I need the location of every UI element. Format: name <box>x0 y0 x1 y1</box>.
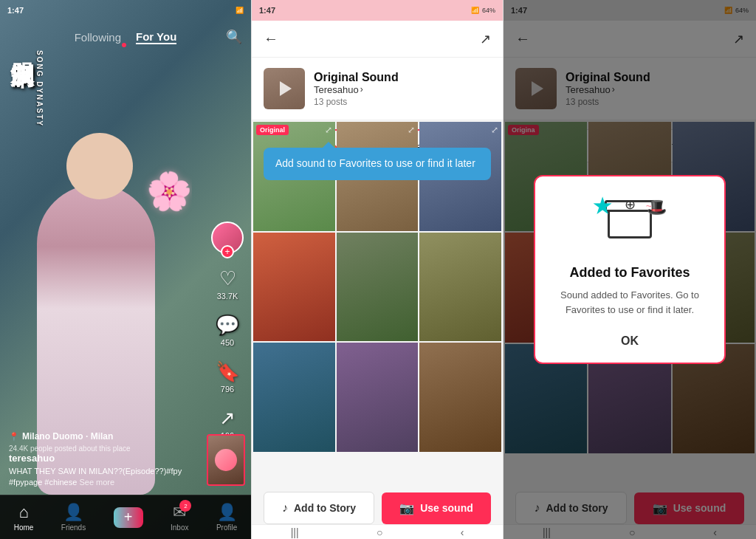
bow-icon: ⊕ <box>625 196 636 213</box>
p2-battery: 64% <box>482 7 495 14</box>
creator-avatar[interactable]: + <box>211 222 244 254</box>
expand-icon-3: ⤢ <box>491 125 498 135</box>
p2-status-icons: 📶 64% <box>471 7 495 14</box>
for-you-tab[interactable]: For You <box>136 30 176 44</box>
camera-icon: 📷 <box>399 501 414 515</box>
inbox-label: Inbox <box>171 523 188 532</box>
create-nav-item[interactable]: + <box>114 507 143 528</box>
add-button[interactable]: + <box>114 507 143 528</box>
pin-icon: 📍 <box>9 432 19 442</box>
back-button[interactable]: ← <box>264 30 278 47</box>
tooltip-arrow <box>323 142 334 148</box>
comment-count: 450 <box>221 338 234 347</box>
squiggle-decoration: ~ <box>646 200 652 212</box>
p2-system-nav: ||| ○ ‹ <box>252 524 503 539</box>
p2-header: ← ↗ <box>252 21 503 58</box>
p2-nav-menu-btn[interactable]: ||| <box>291 526 299 538</box>
sound-metadata: Original Sound Teresahuo › 13 posts <box>314 71 399 107</box>
sound-thumb-inner <box>264 68 305 109</box>
bookmark-button[interactable]: 🔖 796 <box>216 360 239 394</box>
wifi-icon: 📶 <box>236 7 244 14</box>
home-nav-item[interactable]: ⌂ Home <box>14 503 34 532</box>
following-tab[interactable]: Following <box>75 31 121 44</box>
sound-info-section: Original Sound Teresahuo › 13 posts <box>252 58 503 120</box>
bottom-navigation: ⌂ Home 👤 Friends + ✉ 2 Inbox 👤 Profile <box>0 495 251 539</box>
friends-label: Friends <box>61 523 86 532</box>
profile-icon: 👤 <box>217 503 237 522</box>
p2-status-time: 1:47 <box>259 6 275 15</box>
p2-nav-home-btn[interactable]: ○ <box>377 526 382 538</box>
gift-body <box>608 209 652 238</box>
right-action-bar: + ♡ 33.7K 💬 450 🔖 796 ↗ 196 <box>211 222 244 440</box>
music-note-icon: ♪ <box>282 501 288 515</box>
comment-icon: 💬 <box>216 314 239 337</box>
feed-header: Following For You 🔍 <box>0 21 251 53</box>
thumb-inner <box>208 436 244 484</box>
profile-nav-item[interactable]: 👤 Profile <box>216 503 237 532</box>
use-sound-button[interactable]: 📷 Use sound <box>382 492 491 524</box>
modal-ok-button[interactable]: OK <box>606 332 653 351</box>
p2-share-button[interactable]: ↗ <box>480 31 491 47</box>
creator-username[interactable]: teresahuo <box>9 453 207 464</box>
see-more-link[interactable]: See more <box>79 478 114 487</box>
sound-page-panel: 1:47 📶 64% ← ↗ Original Sound Teresahuo … <box>251 0 504 539</box>
sound-thumbnail[interactable] <box>207 434 245 486</box>
like-button[interactable]: ♡ 33.7K <box>217 267 238 301</box>
star-teal-icon: ★ <box>593 194 611 219</box>
use-sound-label: Use sound <box>420 502 473 514</box>
head <box>66 133 133 199</box>
tooltip-text: Add sound to Favorites to use or find it… <box>275 157 475 169</box>
inbox-nav-item[interactable]: ✉ 2 Inbox <box>171 503 188 532</box>
add-story-label: Add to Story <box>294 502 356 514</box>
status-icons: 📶 <box>236 7 244 14</box>
friends-nav-item[interactable]: 👤 Friends <box>61 503 86 532</box>
like-count: 33.7K <box>217 292 238 301</box>
grid-cell-9[interactable] <box>419 343 501 452</box>
favorites-tooltip: Add sound to Favorites to use or find it… <box>264 148 491 180</box>
sound-title: Original Sound <box>314 71 399 84</box>
expand-icon-2: ⤢ <box>408 125 415 135</box>
modal-title: Added to Favorites <box>569 265 690 281</box>
grid-cell-4[interactable] <box>253 233 335 342</box>
tiktok-feed-panel: 🌸 1:47 📶 Following For You 🔍 宋制汉服 SONG D… <box>0 0 251 539</box>
modal-description: Sound added to Favorites. Go to Favorite… <box>550 288 709 317</box>
location-sub: 24.4K people posted about this place <box>9 444 207 453</box>
location-row: 📍 Milano Duomo · Milan <box>9 431 207 442</box>
grid-cell-8[interactable] <box>337 343 419 452</box>
added-favorites-modal: ⊕ ★ 🎩 ~ Added to Favorites Sound added t… <box>534 175 726 364</box>
grid-cell-7[interactable] <box>253 343 335 452</box>
notification-dot <box>122 43 126 47</box>
modal-illustration: ⊕ ★ 🎩 ~ <box>593 194 667 253</box>
home-icon: ⌂ <box>18 503 28 522</box>
play-icon <box>280 81 292 96</box>
p2-nav-back-btn[interactable]: ‹ <box>461 526 464 538</box>
sound-creator-row[interactable]: Teresahuo › <box>314 84 399 95</box>
expand-icon: ⤢ <box>325 125 332 135</box>
grid-cell-5[interactable] <box>337 233 419 342</box>
sound-thumbnail <box>264 68 305 109</box>
friends-icon: 👤 <box>63 503 83 522</box>
bookmark-icon: 🔖 <box>216 360 239 383</box>
bookmark-count: 796 <box>221 385 234 394</box>
home-label: Home <box>14 523 34 532</box>
original-badge: Original <box>256 125 289 135</box>
chevron-right-icon: › <box>360 84 363 95</box>
search-icon[interactable]: 🔍 <box>226 29 242 45</box>
video-info: 📍 Milano Duomo · Milan 24.4K people post… <box>9 431 207 487</box>
modal-overlay: ⊕ ★ 🎩 ~ Added to Favorites Sound added t… <box>504 0 756 539</box>
follow-plus-button[interactable]: + <box>221 245 234 258</box>
status-bar: 1:47 📶 <box>0 0 251 21</box>
add-to-story-button[interactable]: ♪ Add to Story <box>264 492 374 524</box>
sound-posts-count: 13 posts <box>314 97 399 107</box>
p2-bottom-bar: ♪ Add to Story 📷 Use sound <box>252 492 503 524</box>
heart-icon: ♡ <box>219 267 236 290</box>
added-favorites-panel: 1:47 📶 64% ← ↗ Original Sound Teresahuo … <box>504 0 756 539</box>
p2-signal-icon: 📶 <box>471 7 479 14</box>
thumb-avatar <box>215 449 237 471</box>
grid-cell-6[interactable] <box>419 233 501 342</box>
flower-decoration: 🌸 <box>146 170 192 213</box>
share-icon: ↗ <box>219 407 236 430</box>
comment-button[interactable]: 💬 450 <box>216 314 239 347</box>
english-title: SONG DYNASTY <box>35 50 44 127</box>
inbox-badge: 2 <box>179 500 191 512</box>
